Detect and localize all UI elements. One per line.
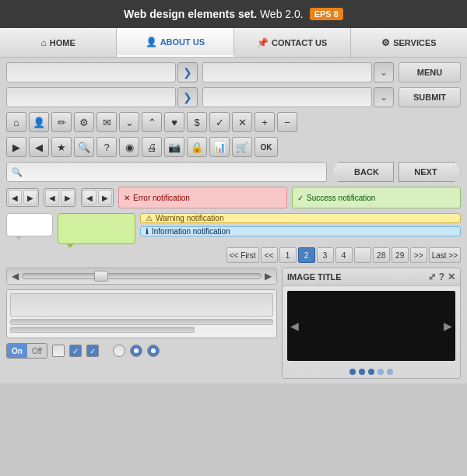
next-btn-3[interactable]: ▶ bbox=[98, 190, 112, 205]
image-panel-header: IMAGE TITLE ⤢ ? ✕ bbox=[283, 268, 460, 286]
info-notification: ℹ Information notification bbox=[140, 226, 461, 236]
submit-button[interactable]: SUBMIT bbox=[399, 87, 461, 107]
minus-icon-btn[interactable]: − bbox=[277, 112, 297, 132]
prev-btn-1[interactable]: ◀ bbox=[8, 190, 22, 205]
close-icon-btn[interactable]: ✕ bbox=[232, 112, 252, 132]
gear-icon-btn[interactable]: ⚙ bbox=[74, 112, 94, 132]
ok-button[interactable]: OK bbox=[255, 137, 278, 157]
panel-close-icon[interactable]: ✕ bbox=[448, 271, 455, 282]
dot-2[interactable] bbox=[359, 369, 365, 375]
checkbox-3[interactable]: ✓ bbox=[86, 345, 99, 357]
home-icon-btn[interactable]: ⌂ bbox=[6, 112, 26, 132]
canvas-next-btn[interactable]: ▶ bbox=[444, 320, 452, 332]
dollar-icon-btn[interactable]: $ bbox=[187, 112, 207, 132]
last-page-btn[interactable]: Last >> bbox=[429, 247, 461, 263]
prev-btn-3[interactable]: ◀ bbox=[83, 190, 97, 205]
slider-left-btn[interactable]: ◀ bbox=[12, 271, 19, 282]
canvas-prev-btn[interactable]: ◀ bbox=[290, 320, 299, 332]
radio-1[interactable] bbox=[113, 345, 125, 357]
tooltip-bubble-1 bbox=[6, 213, 53, 236]
search-input[interactable]: 🔍 bbox=[6, 162, 327, 182]
success-notification: ✓ Success notification bbox=[292, 187, 461, 208]
plus-icon-btn[interactable]: + bbox=[255, 112, 275, 132]
slider-right-btn[interactable]: ▶ bbox=[265, 271, 272, 282]
next-button[interactable]: NEXT bbox=[399, 162, 461, 182]
slider-track[interactable] bbox=[22, 273, 262, 279]
search-icon-btn[interactable]: 🔍 bbox=[74, 137, 94, 157]
dropdown-btn-2[interactable]: ⌄ bbox=[374, 62, 394, 82]
lock-icon-btn[interactable]: 🔒 bbox=[187, 137, 207, 157]
arrow-left-btn[interactable]: ◀ bbox=[29, 137, 49, 157]
dropdown-btn-3[interactable]: ❯ bbox=[177, 87, 198, 107]
notif-area-1: ✕ Error notification ✓ Success notificat… bbox=[118, 187, 461, 208]
warning-text: Warning notification bbox=[156, 214, 223, 222]
nav-services[interactable]: ⚙ SERVICES bbox=[351, 28, 467, 57]
mail-icon-btn[interactable]: ✉ bbox=[97, 112, 117, 132]
next-btn-2[interactable]: ▶ bbox=[61, 190, 75, 205]
input-field-2[interactable] bbox=[202, 62, 372, 82]
heart-icon-btn[interactable]: ♥ bbox=[164, 112, 184, 132]
slider-row: ◀ ▶ bbox=[6, 268, 277, 285]
chevron-up-btn[interactable]: ⌃ bbox=[142, 112, 162, 132]
slider-thumb[interactable] bbox=[94, 271, 108, 282]
dot-4[interactable] bbox=[377, 369, 384, 375]
checkbox-1[interactable] bbox=[52, 345, 65, 357]
help-icon[interactable]: ? bbox=[439, 271, 444, 282]
question-icon-btn[interactable]: ? bbox=[97, 137, 117, 157]
bottom-section: ◀ ▶ On Off ✓ ✓ bbox=[6, 268, 461, 379]
home-icon: ⌂ bbox=[41, 37, 47, 48]
prev-group-btn[interactable]: << bbox=[261, 247, 278, 263]
page-29-btn[interactable]: 29 bbox=[392, 247, 409, 263]
print-icon-btn[interactable]: 🖨 bbox=[142, 137, 162, 157]
page-1-btn[interactable]: 1 bbox=[279, 247, 297, 263]
user-icon-btn[interactable]: 👤 bbox=[29, 112, 49, 132]
row-1: ❯ ⌄ MENU bbox=[6, 62, 461, 82]
dot-3[interactable] bbox=[368, 369, 374, 375]
toggle-off-label[interactable]: Off bbox=[27, 344, 47, 358]
radio-3[interactable] bbox=[147, 345, 160, 357]
back-button[interactable]: BACK bbox=[332, 162, 394, 182]
next-group-btn[interactable]: >> bbox=[410, 247, 427, 263]
page-empty-btn[interactable] bbox=[354, 247, 371, 263]
nav-about[interactable]: 👤 ABOUT US bbox=[117, 28, 234, 57]
next-btn-1[interactable]: ▶ bbox=[23, 190, 37, 205]
nav-home[interactable]: ⌂ HOME bbox=[0, 28, 117, 57]
cart-icon-btn[interactable]: 🛒 bbox=[232, 137, 252, 157]
dot-1[interactable] bbox=[349, 369, 356, 375]
input-field-1[interactable] bbox=[6, 62, 176, 82]
radio-2[interactable] bbox=[130, 345, 142, 357]
chevron-down-icon-4: ⌄ bbox=[380, 92, 388, 103]
page-3-btn[interactable]: 3 bbox=[317, 247, 334, 263]
menu-button[interactable]: MENU bbox=[399, 62, 461, 82]
page-28-btn[interactable]: 28 bbox=[373, 247, 390, 263]
prev-btn-2[interactable]: ◀ bbox=[45, 190, 59, 205]
chevron-down-btn[interactable]: ⌄ bbox=[119, 112, 139, 132]
dropdown-btn-4[interactable]: ⌄ bbox=[374, 87, 394, 107]
arrow-right-btn[interactable]: ▶ bbox=[6, 137, 26, 157]
checkbox-2[interactable]: ✓ bbox=[69, 345, 82, 357]
dropdown-btn-1[interactable]: ❯ bbox=[177, 62, 198, 82]
page-4-btn[interactable]: 4 bbox=[335, 247, 353, 263]
input-field-4[interactable] bbox=[202, 87, 372, 107]
input-field-3[interactable] bbox=[6, 87, 176, 107]
star-icon-btn[interactable]: ★ bbox=[51, 137, 72, 157]
dot-5[interactable] bbox=[387, 369, 393, 375]
check-icon-btn[interactable]: ✓ bbox=[209, 112, 230, 132]
warning-notification: ⚠ Warning notification bbox=[140, 213, 461, 223]
nav-contact[interactable]: 📌 CONTACT US bbox=[234, 28, 351, 57]
dropdown-group-2: ⌄ bbox=[202, 62, 394, 82]
camera-icon-btn[interactable]: 📷 bbox=[164, 137, 184, 157]
rss-icon-btn[interactable]: ◉ bbox=[119, 137, 139, 157]
chart-icon-btn[interactable]: 📊 bbox=[209, 137, 230, 157]
dropdown-group-3: ❯ bbox=[6, 87, 198, 107]
toggle-switch[interactable]: On Off bbox=[6, 343, 47, 359]
chevron-down-icon-2: ⌄ bbox=[380, 67, 388, 78]
edit-icon-btn[interactable]: ✏ bbox=[51, 112, 72, 132]
first-page-btn[interactable]: << First bbox=[226, 247, 259, 263]
toggle-on-label[interactable]: On bbox=[7, 344, 27, 358]
eps-badge: EPS 8 bbox=[310, 8, 343, 20]
textarea-box bbox=[6, 289, 277, 338]
page-2-btn[interactable]: 2 bbox=[298, 247, 315, 263]
textarea-inner[interactable] bbox=[10, 293, 273, 317]
expand-icon[interactable]: ⤢ bbox=[428, 271, 436, 282]
